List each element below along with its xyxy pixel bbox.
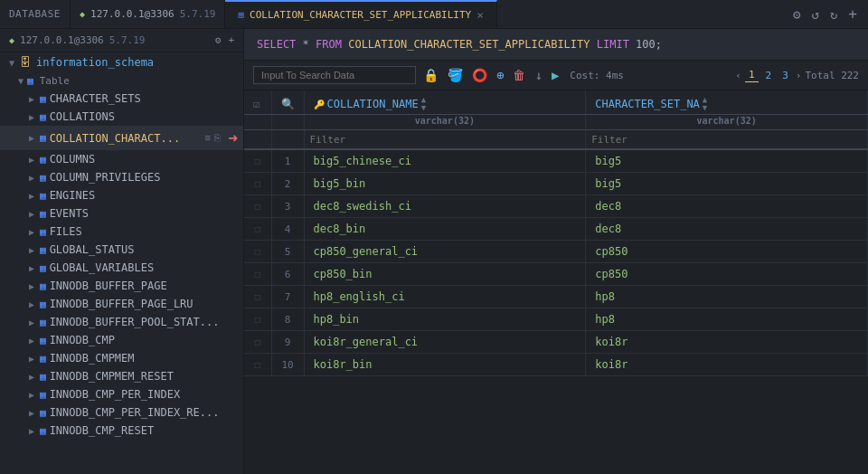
sidebar-item-innodb-cmp-per-index[interactable]: ▶ ▦ INNODB_CMP_PER_INDEX bbox=[0, 385, 243, 403]
connection-dot: ◆ bbox=[9, 35, 14, 45]
sidebar-item-innodb-cmpmem[interactable]: ▶ ▦ INNODB_CMPMEM bbox=[0, 349, 243, 367]
filter-row bbox=[244, 130, 868, 150]
sidebar-item-character-sets[interactable]: ▶ ▦ CHARACTER_SETS bbox=[0, 90, 243, 108]
sidebar: ◆ 127.0.0.1@3306 5.7.19 ⚙ + ▼ 🗄 informat… bbox=[0, 29, 244, 474]
sidebar-item-collation-charset[interactable]: ▶ ▦ COLLATION_CHARACT... ≡ ⎘ ➜ bbox=[0, 126, 243, 150]
item-label: INNODB_BUFFER_PAGE bbox=[50, 280, 167, 292]
sidebar-item-events[interactable]: ▶ ▦ EVENTS bbox=[0, 204, 243, 223]
row-check[interactable]: ☐ bbox=[244, 241, 271, 263]
cell-charset: cp850 bbox=[586, 241, 868, 263]
row-num: 10 bbox=[271, 354, 304, 376]
settings-icon[interactable]: ⚙ bbox=[791, 5, 802, 24]
check-header[interactable]: ☑ bbox=[244, 90, 271, 115]
sidebar-item-columns[interactable]: ▶ ▦ COLUMNS bbox=[0, 150, 243, 168]
arrow-icon: ▶ bbox=[27, 263, 36, 273]
row-check[interactable]: ☐ bbox=[244, 149, 271, 173]
active-tab[interactable]: ⊞ COLLATION_CHARACTER_SET_APPLICABILITY … bbox=[225, 0, 497, 28]
plus-circle-icon[interactable]: ⊕ bbox=[495, 66, 505, 84]
download-icon[interactable]: ↓ bbox=[533, 66, 543, 84]
table-row: ☐ 2 big5_bin big5 bbox=[244, 173, 868, 195]
sort-arrows[interactable]: ▲ ▼ bbox=[421, 96, 426, 112]
tab-close-button[interactable]: × bbox=[476, 8, 484, 22]
row-check[interactable]: ☐ bbox=[244, 308, 271, 331]
sidebar-item-engines[interactable]: ▶ ▦ ENGINES bbox=[0, 186, 243, 204]
sub-collation-type: varchar(32) bbox=[304, 115, 586, 130]
sidebar-plus-icon[interactable]: + bbox=[228, 34, 234, 46]
delete-icon[interactable]: 🗑 bbox=[511, 66, 527, 84]
red-arrow-indicator: ➜ bbox=[228, 128, 238, 147]
table-row: ☐ 6 cp850_bin cp850 bbox=[244, 263, 868, 286]
row-check[interactable]: ☐ bbox=[244, 218, 271, 241]
filter-charset-input[interactable] bbox=[591, 134, 862, 146]
row-check[interactable]: ☐ bbox=[244, 173, 271, 195]
cell-collation: dec8_bin bbox=[304, 218, 586, 241]
table-icon: ▦ bbox=[40, 132, 46, 144]
sub-check bbox=[244, 115, 271, 130]
item-label: COLUMNS bbox=[50, 153, 96, 166]
sidebar-item-global-variables[interactable]: ▶ ▦ GLOBAL_VARIABLES bbox=[0, 259, 243, 277]
table-icon: ▦ bbox=[40, 111, 46, 123]
prev-page-button[interactable]: ‹ bbox=[735, 70, 741, 81]
filter-charset[interactable] bbox=[586, 130, 868, 150]
table-icon: ▦ bbox=[40, 208, 46, 220]
sidebar-item-innodb-cmp-per-index-re[interactable]: ▶ ▦ INNODB_CMP_PER_INDEX_RE... bbox=[0, 403, 243, 422]
table-icon: ▦ bbox=[40, 389, 46, 401]
sidebar-item-global-status[interactable]: ▶ ▦ GLOBAL_STATUS bbox=[0, 241, 243, 259]
row-check[interactable]: ☐ bbox=[244, 263, 271, 286]
arrow-icon: ▶ bbox=[27, 281, 36, 291]
row-check[interactable]: ☐ bbox=[244, 286, 271, 308]
table-section[interactable]: ▼ ▦ Table bbox=[0, 72, 243, 90]
page-3-button[interactable]: 3 bbox=[778, 69, 792, 82]
sidebar-item-files[interactable]: ▶ ▦ FILES bbox=[0, 223, 243, 241]
row-check[interactable]: ☐ bbox=[244, 354, 271, 376]
row-check[interactable]: ☐ bbox=[244, 331, 271, 354]
sidebar-item-innodb-cmp-reset[interactable]: ▶ ▦ INNODB_CMP_RESET bbox=[0, 422, 243, 440]
sort-arrows-2[interactable]: ▲ ▼ bbox=[703, 96, 707, 112]
row-num: 3 bbox=[271, 195, 304, 218]
table-icon: ▦ bbox=[40, 425, 46, 437]
github-icon[interactable]: ⭕ bbox=[470, 66, 489, 84]
item-label: INNODB_CMPMEM_RESET bbox=[50, 370, 174, 383]
sidebar-item-innodb-cmp[interactable]: ▶ ▦ INNODB_CMP bbox=[0, 331, 243, 349]
sql-limit-val: 100; bbox=[636, 38, 662, 51]
sql-limit: LIMIT bbox=[597, 38, 629, 51]
sidebar-item-column-privileges[interactable]: ▶ ▦ COLUMN_PRIVILEGES bbox=[0, 168, 243, 186]
cell-charset: hp8 bbox=[586, 308, 868, 331]
bucket-icon[interactable]: 🪣 bbox=[446, 66, 465, 84]
menu-icon[interactable]: ≡ bbox=[205, 132, 212, 144]
item-label: EVENTS bbox=[50, 207, 89, 220]
filter-collation-input[interactable] bbox=[310, 134, 580, 146]
sidebar-item-innodb-cmpmem-reset[interactable]: ▶ ▦ INNODB_CMPMEM_RESET bbox=[0, 367, 243, 385]
cell-charset: koi8r bbox=[586, 354, 868, 376]
sidebar-item-innodb-buffer-pool-stat[interactable]: ▶ ▦ INNODB_BUFFER_POOL_STAT... bbox=[0, 313, 243, 331]
row-num: 7 bbox=[271, 286, 304, 308]
page-1-button[interactable]: 1 bbox=[745, 68, 759, 82]
run-icon[interactable]: ▶ bbox=[550, 66, 561, 84]
schema-item[interactable]: ▼ 🗄 information_schema bbox=[0, 52, 243, 72]
row-check[interactable]: ☐ bbox=[244, 195, 271, 218]
search-input[interactable] bbox=[253, 66, 416, 84]
undo-icon[interactable]: ↺ bbox=[809, 5, 820, 24]
sql-star: * bbox=[303, 38, 316, 51]
lock-icon[interactable]: 🔒 bbox=[421, 66, 440, 84]
sidebar-item-collations[interactable]: ▶ ▦ COLLATIONS bbox=[0, 108, 243, 126]
sidebar-item-innodb-buffer-page[interactable]: ▶ ▦ INNODB_BUFFER_PAGE bbox=[0, 277, 243, 295]
checkbox-all[interactable]: ☑ bbox=[253, 98, 259, 110]
next-page-button[interactable]: › bbox=[796, 70, 802, 81]
sidebar-item-innodb-buffer-page-lru[interactable]: ▶ ▦ INNODB_BUFFER_PAGE_LRU bbox=[0, 295, 243, 313]
table-icon: ▦ bbox=[40, 244, 46, 256]
sub-search bbox=[271, 115, 304, 130]
arrow-icon: ▶ bbox=[27, 227, 36, 237]
page-2-button[interactable]: 2 bbox=[762, 69, 776, 82]
search-header[interactable]: 🔍 bbox=[271, 90, 304, 115]
search-col-icon: 🔍 bbox=[281, 98, 295, 110]
copy-icon[interactable]: ⎘ bbox=[214, 132, 221, 144]
add-icon[interactable]: + bbox=[846, 4, 859, 24]
filter-collation[interactable] bbox=[304, 130, 586, 150]
sidebar-header-icons: ⚙ + bbox=[215, 34, 234, 46]
sidebar-settings-icon[interactable]: ⚙ bbox=[215, 34, 222, 46]
table-icon: ▦ bbox=[40, 93, 46, 105]
redo-icon[interactable]: ↻ bbox=[828, 5, 839, 24]
col-header-collation-name[interactable]: 🔑 COLLATION_NAME ▲ ▼ bbox=[304, 90, 586, 115]
col-header-charset-name[interactable]: CHARACTER_SET_NA ▲ ▼ bbox=[586, 90, 868, 115]
